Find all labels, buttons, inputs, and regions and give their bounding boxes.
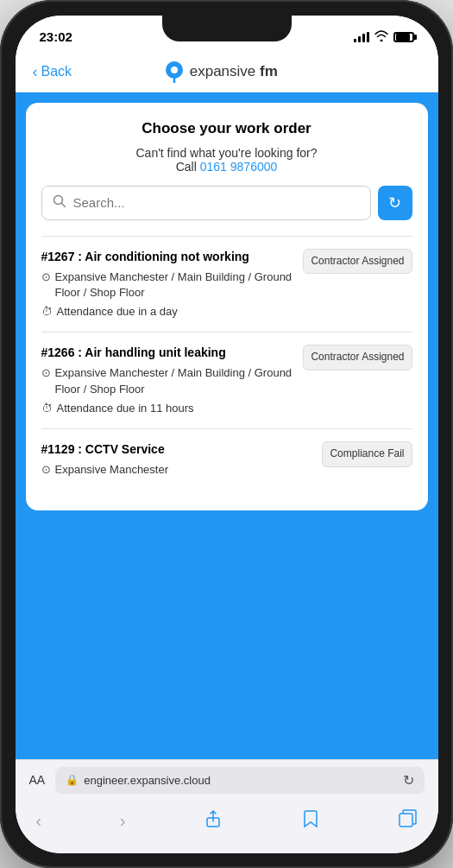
bookmarks-button[interactable]	[294, 806, 327, 836]
work-order-title-1: #1267 : Air conditioning not working	[41, 249, 295, 264]
logo-text: expansive fm	[190, 63, 278, 80]
phone-frame: 23:02	[0, 0, 453, 868]
phone-link[interactable]: 0161 9876000	[200, 160, 278, 174]
work-order-info-1: #1267 : Air conditioning not working ⊙ E…	[41, 249, 295, 320]
location-icon-2: ⊙	[41, 366, 51, 379]
card-subtitle: Can't find what you're looking for? Call…	[41, 146, 412, 174]
status-badge-3: Compliance Fail	[322, 441, 412, 467]
lock-icon: 🔒	[66, 774, 79, 786]
work-order-info-3: #1129 : CCTV Service ⊙ Expansive Manches…	[41, 441, 314, 481]
search-box	[41, 186, 371, 220]
work-order-item-3[interactable]: #1129 : CCTV Service ⊙ Expansive Manches…	[41, 428, 412, 493]
phone-inner: 23:02	[16, 16, 438, 853]
nav-bar: ‹ Back e expansive fm	[16, 54, 438, 92]
screen: 23:02	[16, 16, 438, 853]
url-bar[interactable]: 🔒 engineer.expansive.cloud ↻	[55, 767, 424, 794]
browser-forward-button[interactable]: ›	[113, 808, 133, 834]
logo-icon: e	[163, 60, 186, 83]
aa-button[interactable]: AA	[29, 773, 46, 787]
bottom-nav: ‹ ›	[16, 799, 438, 853]
location-text-1: Expansive Manchester / Main Building / G…	[55, 269, 295, 301]
work-order-item-2[interactable]: #1266 : Air handling unit leaking ⊙ Expa…	[41, 332, 412, 428]
status-badge-1: Contractor Assigned	[303, 249, 412, 275]
work-order-time-2: ⏱ Attendance due in 11 hours	[41, 401, 295, 416]
search-input[interactable]	[73, 195, 360, 210]
status-icons	[354, 30, 414, 44]
status-time: 23:02	[40, 29, 72, 44]
location-icon-3: ⊙	[41, 463, 51, 476]
tabs-button[interactable]	[391, 806, 424, 836]
work-order-location-1: ⊙ Expansive Manchester / Main Building /…	[41, 269, 295, 301]
card-title: Choose your work order	[41, 120, 412, 137]
location-icon: ⊙	[41, 270, 51, 283]
clock-icon-2: ⏱	[41, 402, 53, 415]
time-text-1: Attendance due in a day	[57, 304, 178, 320]
svg-line-4	[61, 203, 65, 206]
url-text: engineer.expansive.cloud	[84, 774, 211, 787]
back-chevron-icon: ‹	[33, 64, 38, 79]
battery-icon	[393, 32, 414, 42]
signal-icon	[354, 32, 369, 42]
white-card: Choose your work order Can't find what y…	[26, 103, 428, 511]
work-order-item[interactable]: #1267 : Air conditioning not working ⊙ E…	[41, 236, 412, 333]
notch	[162, 16, 292, 41]
browser-back-button[interactable]: ‹	[29, 808, 49, 834]
refresh-icon: ↻	[388, 193, 401, 212]
status-badge-2: Contractor Assigned	[303, 345, 412, 371]
main-content: Choose your work order Can't find what y…	[16, 92, 438, 759]
logo: e expansive fm	[163, 60, 278, 83]
browser-bar: AA 🔒 engineer.expansive.cloud ↻	[16, 759, 438, 799]
work-order-time-1: ⏱ Attendance due in a day	[41, 304, 295, 320]
work-order-title-3: #1129 : CCTV Service	[41, 441, 314, 457]
location-text-2: Expansive Manchester / Main Building / G…	[55, 365, 295, 396]
work-order-info-2: #1266 : Air handling unit leaking ⊙ Expa…	[41, 345, 295, 416]
search-row: ↻	[41, 186, 412, 220]
svg-rect-6	[400, 814, 412, 827]
search-icon	[53, 194, 66, 212]
url-refresh-icon[interactable]: ↻	[403, 772, 414, 789]
work-order-title-2: #1266 : Air handling unit leaking	[41, 345, 295, 360]
clock-icon: ⏱	[41, 305, 53, 318]
wifi-icon	[374, 30, 388, 44]
time-text-2: Attendance due in 11 hours	[57, 401, 194, 416]
refresh-button[interactable]: ↻	[378, 186, 412, 220]
location-text-3: Expansive Manchester	[55, 462, 169, 478]
work-order-location-2: ⊙ Expansive Manchester / Main Building /…	[41, 365, 295, 396]
back-label: Back	[41, 64, 72, 79]
share-button[interactable]	[197, 806, 230, 836]
back-button[interactable]: ‹ Back	[33, 64, 72, 79]
svg-text:e: e	[172, 65, 177, 74]
work-order-location-3: ⊙ Expansive Manchester	[41, 462, 314, 478]
